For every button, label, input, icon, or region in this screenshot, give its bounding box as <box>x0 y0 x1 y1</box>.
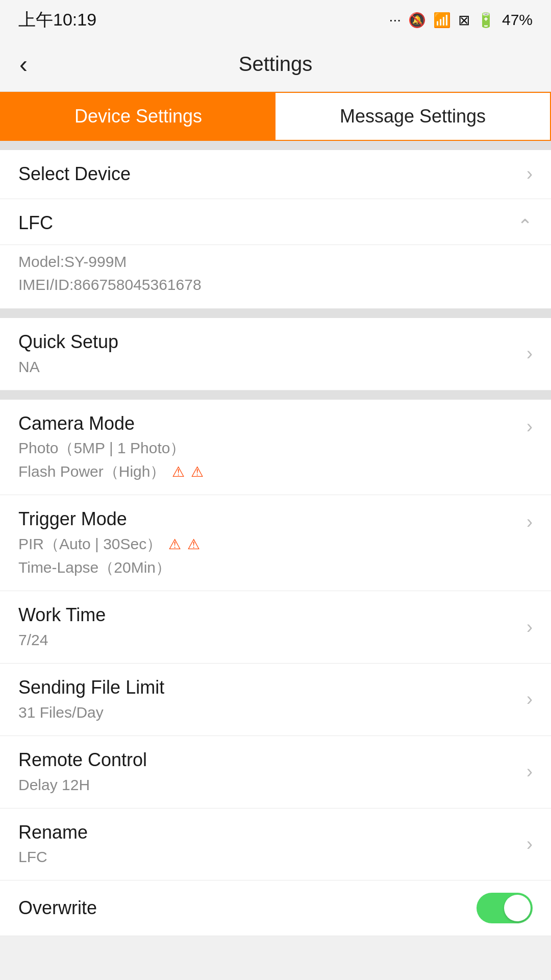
trigger-mode-title: Trigger Mode <box>18 507 518 531</box>
quick-setup-item[interactable]: Quick Setup NA › <box>0 318 551 390</box>
sending-file-limit-value: 31 Files/Day <box>18 702 518 723</box>
device-info: Model:SY-999M IMEI/ID:866758045361678 <box>0 245 551 309</box>
trigger-mode-item[interactable]: Trigger Mode PIR（Auto | 30Sec） ⚠ ⚠ Time-… <box>0 495 551 591</box>
status-time: 上午10:19 <box>18 8 96 32</box>
camera-mode-line2: Flash Power（High） ⚠ ⚠ <box>18 461 518 482</box>
work-time-title: Work Time <box>18 603 518 627</box>
overwrite-toggle[interactable] <box>477 893 533 923</box>
work-time-value: 7/24 <box>18 629 518 651</box>
battery-percentage: 47% <box>502 11 533 29</box>
tab-bar: Device Settings Message Settings <box>0 92 551 141</box>
dots-icon: ··· <box>389 12 401 28</box>
section-divider-2 <box>0 390 551 400</box>
sending-file-limit-title: Sending File Limit <box>18 676 518 700</box>
work-time-chevron: › <box>527 617 533 638</box>
overwrite-title: Overwrite <box>18 896 477 920</box>
remote-control-title: Remote Control <box>18 748 518 772</box>
select-device-chevron: › <box>527 163 533 185</box>
warning-icon-1: ⚠ <box>172 462 185 482</box>
warning-icon-2: ⚠ <box>191 462 204 482</box>
device-model: Model:SY-999M <box>18 250 533 273</box>
content-area: Select Device › LFC ⌃ Model:SY-999M IMEI… <box>0 141 551 980</box>
toolbar: ‹ Settings <box>0 37 551 92</box>
sending-file-limit-item[interactable]: Sending File Limit 31 Files/Day › <box>0 664 551 736</box>
tab-message-settings[interactable]: Message Settings <box>276 93 550 140</box>
content-spacer <box>0 936 551 980</box>
quick-setup-title: Quick Setup <box>18 330 518 354</box>
status-bar: 上午10:19 ··· 🔕 📶 ⊠ 🔋 47% <box>0 0 551 37</box>
device-chevron-up: ⌃ <box>517 215 533 237</box>
device-name-item[interactable]: LFC ⌃ <box>0 199 551 245</box>
toggle-knob <box>504 895 531 921</box>
camera-mode-title: Camera Mode <box>18 412 518 436</box>
camera-mode-item[interactable]: Camera Mode Photo（5MP | 1 Photo） Flash P… <box>0 400 551 496</box>
wifi-icon: 📶 <box>433 12 451 29</box>
quick-setup-chevron: › <box>527 343 533 364</box>
rename-chevron: › <box>527 834 533 855</box>
rename-value: LFC <box>18 846 518 868</box>
mute-icon: 🔕 <box>408 12 426 29</box>
select-device-title: Select Device <box>18 162 518 186</box>
quick-setup-value: NA <box>18 356 518 378</box>
remote-control-item[interactable]: Remote Control Delay 12H › <box>0 736 551 808</box>
device-name: LFC <box>18 211 509 235</box>
overwrite-item: Overwrite <box>0 880 551 936</box>
warning-icon-3: ⚠ <box>168 534 181 554</box>
sending-file-limit-chevron: › <box>527 689 533 710</box>
device-imei: IMEI/ID:866758045361678 <box>18 273 533 296</box>
work-time-item[interactable]: Work Time 7/24 › <box>0 591 551 664</box>
back-button[interactable]: ‹ <box>14 45 33 83</box>
section-divider-1 <box>0 309 551 318</box>
sim-icon: ⊠ <box>458 12 470 29</box>
battery-icon: 🔋 <box>477 12 495 29</box>
tab-device-settings[interactable]: Device Settings <box>1 93 276 140</box>
rename-item[interactable]: Rename LFC › <box>0 808 551 881</box>
trigger-mode-line2: Time-Lapse（20Min） <box>18 557 518 578</box>
section-divider-top <box>0 141 551 150</box>
remote-control-value: Delay 12H <box>18 774 518 796</box>
rename-title: Rename <box>18 821 518 845</box>
remote-control-chevron: › <box>527 761 533 782</box>
status-icons: ··· 🔕 📶 ⊠ 🔋 47% <box>389 11 533 29</box>
select-device-item[interactable]: Select Device › <box>0 150 551 199</box>
warning-icon-4: ⚠ <box>187 534 200 554</box>
camera-mode-line1: Photo（5MP | 1 Photo） <box>18 437 518 459</box>
camera-mode-chevron: › <box>527 416 533 437</box>
trigger-mode-line1: PIR（Auto | 30Sec） ⚠ ⚠ <box>18 533 518 555</box>
trigger-mode-chevron: › <box>527 511 533 533</box>
page-title: Settings <box>239 53 313 76</box>
